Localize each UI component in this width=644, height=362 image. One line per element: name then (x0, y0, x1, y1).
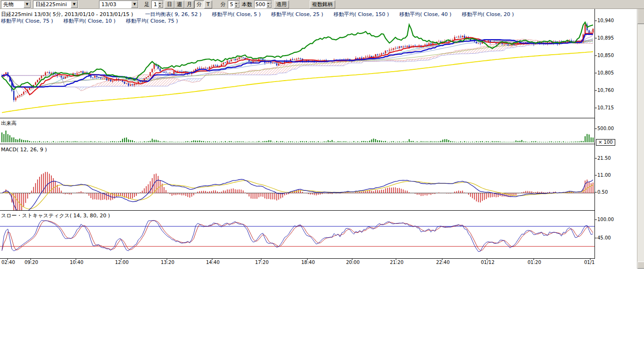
volume-axis-label: 500.00 (597, 126, 614, 131)
time-axis-label: 01/12 (481, 260, 495, 265)
time-axis-label: 10:40 (70, 260, 83, 265)
indicator-label: 移動平均( Close, 5 ) (212, 11, 261, 17)
volume-panel-title: 出来高 (1, 120, 17, 127)
bars-count-value: 500 (255, 1, 266, 8)
minute-value: 5 (228, 1, 234, 8)
spinner-arrows[interactable] (266, 1, 272, 8)
volume-bars (1, 131, 594, 142)
macd-axis-label: 21.50 (597, 156, 611, 161)
indicator-label: 移動平均( Close, 20 ) (462, 11, 514, 17)
bars-count-spinner[interactable]: 500 (254, 0, 272, 8)
time-axis-label: 01:20 (528, 260, 541, 265)
toolbar: 先物 ▼ 日経225mini ▼ 13/03 ▼ 足 1 日 週 月 分 T 分… (0, 0, 644, 9)
volume-panel-plot[interactable] (1, 131, 594, 142)
stochastics-panel-plot[interactable] (0, 221, 595, 252)
price-axis-label: 10,940 (597, 18, 614, 23)
macd-axis-label: 0.50 (597, 189, 608, 195)
time-axis-label: 13:20 (161, 260, 174, 265)
time-axis-label: 09:20 (25, 260, 38, 265)
chevron-down-icon[interactable]: ▼ (131, 1, 138, 8)
price-axis-label: 10,715 (597, 105, 614, 110)
minute-label: 分 (219, 1, 228, 8)
chart-canvas[interactable] (0, 0, 644, 273)
macd-histogram (2, 172, 593, 216)
arrow-down-icon (639, 265, 643, 269)
period-tick-button[interactable]: T (204, 0, 212, 8)
indicator-header-row1: 日経225mini 13/03( 5分, 2013/01/10 - 2013/0… (1, 11, 524, 18)
bar-label: 足 (142, 1, 151, 8)
period-minute-button[interactable]: 分 (194, 0, 204, 8)
indicator-label: 移動平均( Close, 25 ) (271, 11, 323, 17)
time-axis-label: 17:20 (255, 260, 269, 265)
indicator-label: 移動平均( Close, 75 ) (126, 18, 178, 24)
spinner-arrows[interactable] (158, 1, 163, 8)
symbol-value: 日経225mini (33, 1, 69, 8)
stoch-d-line (2, 221, 593, 251)
symbol-select[interactable]: 日経225mini ▼ (33, 0, 78, 8)
chevron-down-icon[interactable]: ▼ (71, 1, 78, 8)
stoch-axis-label: 100.00 (597, 217, 614, 222)
stoch-k-line (2, 221, 593, 252)
chart-area: 日経225mini 13/03( 5分, 2013/01/10 - 2013/0… (0, 0, 644, 362)
indicator-label: 移動平均( Close, 150 ) (333, 11, 389, 17)
period-day-button[interactable]: 日 (165, 0, 174, 8)
indicator-header-row2: 移動平均( Close, 75 )移動平均( Close, 10 )移動平均( … (1, 17, 189, 25)
bar-interval-value: 1 (152, 1, 158, 8)
time-axis-label: 12:00 (115, 260, 129, 265)
price-axis-label: 10,895 (597, 35, 614, 41)
price-axis-label: 10,850 (597, 53, 614, 58)
macd-panel-title: MACD( 12, 26, 9 ) (1, 147, 47, 153)
bar-interval-spinner[interactable]: 1 (151, 0, 164, 8)
indicator-label: 一目均衡表( 9, 26, 52 ) (145, 11, 202, 17)
indicator-label: 移動平均( Close, 10 ) (64, 18, 116, 24)
indicator-label: 移動平均( Close, 75 ) (1, 18, 53, 24)
time-axis-label: 02:40 (1, 260, 15, 265)
apply-button[interactable]: 適用 (274, 0, 289, 8)
stoch-axis-label: 45.00 (597, 235, 611, 240)
time-axis-label: 18:40 (301, 260, 315, 265)
bars-count-label: 本数 (240, 1, 254, 8)
multi-symbol-button[interactable]: 複数銘柄 (310, 0, 335, 8)
chart-title: 日経225mini 13/03( 5分, 2013/01/10 - 2013/0… (1, 11, 133, 17)
price-axis-label: 10,805 (597, 70, 614, 75)
time-axis-label: 14:40 (206, 260, 220, 265)
instrument-type-value: 先物 (1, 1, 16, 8)
time-axis-label: 21:20 (390, 260, 404, 265)
contract-value: 13/03 (99, 1, 118, 8)
period-week-button[interactable]: 週 (174, 0, 184, 8)
macd-axis-label: 11.00 (597, 173, 611, 178)
period-month-button[interactable]: 月 (184, 0, 194, 8)
spinner-arrows[interactable] (234, 1, 239, 8)
stochastics-panel-title: スロー・ストキャスティクス( 14, 3, 80, 20 ) (1, 212, 110, 219)
instrument-type-select[interactable]: 先物 ▼ (1, 0, 31, 8)
vertical-scrollbar[interactable] (637, 0, 644, 269)
indicator-label: 移動平均( Close, 40 ) (399, 11, 452, 17)
time-axis-label: 20:00 (346, 260, 360, 265)
price-axis-label: 10,760 (597, 88, 614, 93)
scroll-down-button[interactable] (637, 262, 644, 269)
volume-multiplier-badge: × 100 (596, 139, 615, 146)
macd-panel-plot[interactable] (0, 172, 595, 216)
scroll-thumb[interactable] (637, 7, 644, 24)
price-panel-plot[interactable] (1, 22, 594, 113)
chevron-down-icon[interactable]: ▼ (24, 1, 31, 8)
minute-spinner[interactable]: 5 (228, 0, 240, 8)
time-axis-label: 22:40 (436, 260, 450, 265)
contract-month-select[interactable]: 13/03 ▼ (99, 0, 139, 8)
time-axis-label: 01/1 (584, 260, 594, 265)
